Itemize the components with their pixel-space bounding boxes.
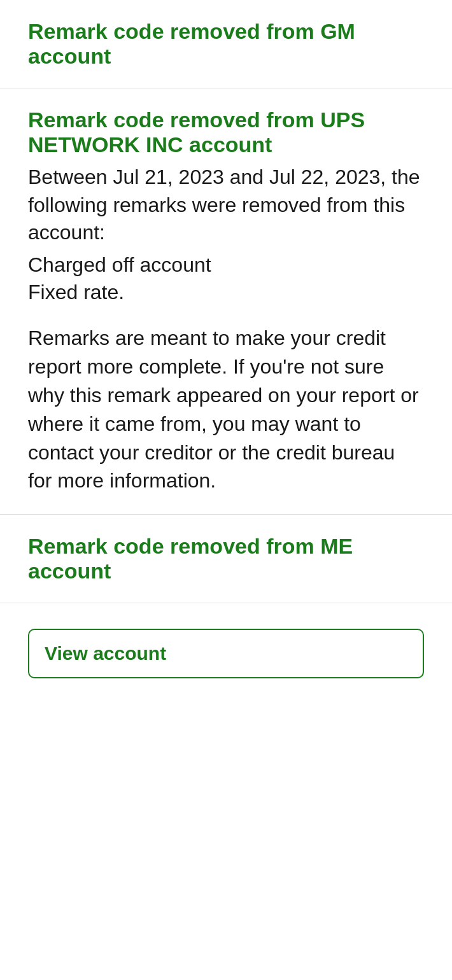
- section-gm-title: Remark code removed from GM account: [28, 19, 424, 69]
- section-ups-title: Remark code removed from UPS NETWORK INC…: [28, 108, 424, 157]
- section-ups-info: Remarks are meant to make your credit re…: [28, 324, 424, 495]
- section-gm: Remark code removed from GM account: [0, 0, 452, 88]
- bottom-section: View account: [0, 603, 452, 697]
- section-ups: Remark code removed from UPS NETWORK INC…: [0, 88, 452, 515]
- section-me: Remark code removed from ME account: [0, 515, 452, 603]
- remarks-list: Charged off account Fixed rate.: [28, 251, 424, 306]
- view-account-link[interactable]: View account: [45, 643, 166, 664]
- page-container: Remark code removed from GM account Rema…: [0, 0, 452, 697]
- date-range-text: Between Jul 21, 2023 and Jul 22, 2023, t…: [28, 165, 420, 243]
- section-me-title: Remark code removed from ME account: [28, 534, 424, 584]
- section-ups-date-range: Between Jul 21, 2023 and Jul 22, 2023, t…: [28, 164, 424, 306]
- remark-fixed-rate: Fixed rate.: [28, 279, 424, 306]
- remark-charged-off: Charged off account: [28, 251, 424, 279]
- bottom-card[interactable]: View account: [28, 629, 424, 678]
